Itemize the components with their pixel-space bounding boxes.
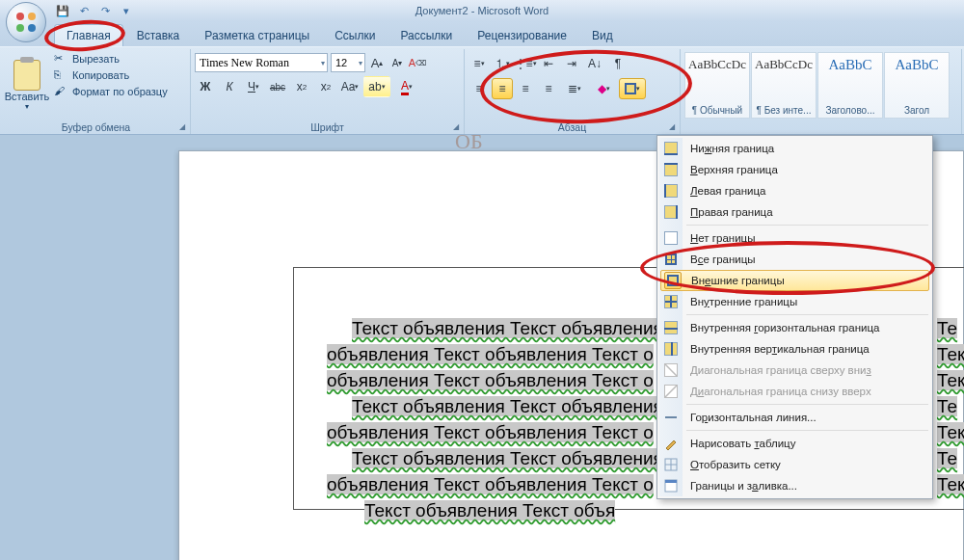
menu-item-top[interactable]: Верхняя граница	[659, 159, 930, 180]
increase-indent-button[interactable]: ⇥	[561, 53, 582, 74]
menu-item-bottom[interactable]: Нижняя граница	[659, 138, 930, 159]
menu-item-left[interactable]: Левая граница	[659, 180, 930, 201]
doc-line: Текст объявления Текст объя	[364, 497, 615, 523]
format-painter-button[interactable]: 🖌Формат по образцу	[52, 84, 170, 99]
style-heading2[interactable]: AaBbCЗагол	[884, 52, 950, 119]
window-title: Документ2 - Microsoft Word	[415, 5, 549, 16]
group-clipboard-label: Буфер обмена	[62, 121, 130, 133]
paste-button[interactable]: Вставить ▾	[6, 51, 48, 119]
menu-item-label: Все границы	[690, 253, 756, 265]
shrink-font-button[interactable]: A▾	[388, 53, 406, 72]
group-font-label: Шрифт	[310, 121, 344, 133]
doc-line: Текст объявления Текст объявления	[352, 315, 663, 341]
decrease-indent-button[interactable]: ⇤	[538, 53, 559, 74]
tab-mailings[interactable]: Рассылки	[388, 25, 464, 46]
cut-button[interactable]: ✂Вырезать	[52, 51, 170, 67]
group-clipboard: Вставить ▾ ✂Вырезать ⎘Копировать 🖌Формат…	[2, 49, 191, 134]
menu-item-label: Внутренние границы	[690, 296, 797, 307]
borders-button[interactable]: ▾	[619, 78, 646, 99]
menu-item-label: Внутренняя горизонтальная граница	[690, 322, 879, 333]
strike-button[interactable]: abc	[267, 76, 288, 97]
hmid-border-icon	[662, 319, 680, 336]
menu-item-vmid[interactable]: Внутренняя вертикальная граница	[659, 338, 930, 360]
group-font: Times New Roman 12 A▴ A▾ A⌫ Ж К Ч▾ abc x…	[191, 49, 465, 134]
ribbon-tabs: Главная Вставка Разметка страницы Ссылки…	[0, 21, 964, 46]
doc-line: Текст объявления Текст объявления	[352, 393, 663, 419]
menu-item-label: Левая граница	[690, 185, 765, 197]
align-right-button[interactable]: ≡	[515, 78, 536, 99]
style-no-spacing[interactable]: AaBbCcDc¶ Без инте...	[751, 52, 817, 119]
tab-insert[interactable]: Вставка	[125, 25, 192, 46]
qat-undo-icon[interactable]: ↶	[77, 4, 91, 17]
clear-formatting-button[interactable]: A⌫	[409, 53, 426, 72]
copy-button[interactable]: ⎘Копировать	[52, 67, 170, 83]
group-paragraph: ≡▾ ⒈▾ ⋮≡▾ ⇤ ⇥ A↓ ¶ ≡ ≡ ≡ ≡ ≣▾ ◆▾ ▾ Абзац…	[465, 49, 681, 134]
menu-item-outer[interactable]: Внешние границы	[660, 270, 929, 291]
highlight-button[interactable]: ab▾	[363, 76, 390, 97]
menu-item-diagd: Диагональная граница сверху вниз	[659, 360, 930, 381]
font-color-button[interactable]: A▾	[393, 76, 420, 97]
scissors-icon: ✂	[54, 52, 67, 66]
sort-button[interactable]: A↓	[584, 53, 605, 74]
menu-item-right[interactable]: Правая граница	[659, 201, 930, 223]
menu-item-hmid[interactable]: Внутренняя горизонтальная граница	[659, 317, 930, 338]
diagu-border-icon	[662, 383, 680, 400]
multilevel-button[interactable]: ⋮≡▾	[515, 53, 536, 74]
bold-button[interactable]: Ж	[195, 76, 216, 97]
tab-review[interactable]: Рецензирование	[466, 25, 578, 46]
svg-point-0	[16, 13, 24, 20]
bullets-button[interactable]: ≡▾	[469, 53, 490, 74]
office-button[interactable]	[6, 2, 46, 42]
font-name-combo[interactable]: Times New Roman	[195, 53, 328, 72]
qat-redo-icon[interactable]: ↷	[98, 4, 112, 17]
doc-line: объявления Текст объявления Текст о	[327, 471, 654, 497]
menu-item-label: Диагональная граница снизу вверх	[690, 386, 871, 397]
borders-menu: Нижняя границаВерхняя границаЛевая грани…	[656, 135, 933, 499]
paste-label: Вставить	[5, 91, 50, 102]
line-spacing-button[interactable]: ≣▾	[561, 78, 588, 99]
clipboard-dialog-launcher[interactable]: ◢	[176, 120, 188, 132]
numbering-button[interactable]: ⒈▾	[492, 53, 513, 74]
tab-references[interactable]: Ссылки	[323, 25, 387, 46]
svg-point-2	[16, 24, 24, 32]
qat-menu-icon[interactable]: ▾	[120, 4, 133, 17]
justify-button[interactable]: ≡	[538, 78, 559, 99]
top-border-icon	[662, 161, 680, 178]
align-left-button[interactable]: ≡	[469, 78, 490, 99]
grow-font-button[interactable]: A▴	[368, 53, 386, 72]
shading-button[interactable]: ◆▾	[590, 78, 617, 99]
doc-line-r: Текст	[937, 419, 964, 445]
style-normal[interactable]: AaBbCcDc¶ Обычный	[684, 52, 750, 119]
svg-point-1	[28, 13, 36, 20]
menu-item-dlg[interactable]: Границы и заливка...	[659, 475, 930, 496]
align-center-button[interactable]: ≡	[492, 78, 513, 99]
tab-pagelayout[interactable]: Разметка страницы	[193, 25, 321, 46]
menu-item-none[interactable]: Нет границы	[659, 227, 930, 249]
outer-border-icon	[664, 272, 682, 289]
right-border-icon	[662, 203, 680, 221]
style-heading1[interactable]: AaBbCЗаголово...	[817, 52, 883, 119]
font-size-combo[interactable]: 12	[331, 53, 365, 72]
para-dialog-launcher[interactable]: ◢	[666, 120, 678, 132]
menu-item-inner[interactable]: Внутренние границы	[659, 291, 930, 312]
doc-line: объявления Текст объявления Текст о	[327, 341, 654, 367]
menu-item-diagu: Диагональная граница снизу вверх	[659, 381, 930, 402]
menu-item-grid[interactable]: Отобразить сетку	[659, 454, 930, 475]
menu-item-draw[interactable]: Нарисовать таблицу	[659, 433, 930, 454]
underline-button[interactable]: Ч▾	[243, 76, 264, 97]
change-case-button[interactable]: Aa▾	[339, 76, 361, 97]
ribbon: Вставить ▾ ✂Вырезать ⎘Копировать 🖌Формат…	[0, 46, 964, 135]
menu-item-all[interactable]: Все границы	[659, 249, 930, 270]
doc-line-r: Те	[937, 393, 957, 419]
superscript-button[interactable]: x2	[315, 76, 336, 97]
doc-line: объявления Текст объявления Текст о	[327, 367, 654, 393]
grid-border-icon	[662, 456, 680, 473]
tab-home[interactable]: Главная	[54, 24, 123, 46]
tab-view[interactable]: Вид	[580, 25, 625, 46]
italic-button[interactable]: К	[219, 76, 240, 97]
qat-save-icon[interactable]: 💾	[56, 4, 69, 17]
menu-item-hline[interactable]: Горизонтальная линия...	[659, 407, 930, 428]
draw-border-icon	[662, 435, 680, 452]
subscript-button[interactable]: x2	[291, 76, 312, 97]
show-marks-button[interactable]: ¶	[607, 53, 629, 74]
